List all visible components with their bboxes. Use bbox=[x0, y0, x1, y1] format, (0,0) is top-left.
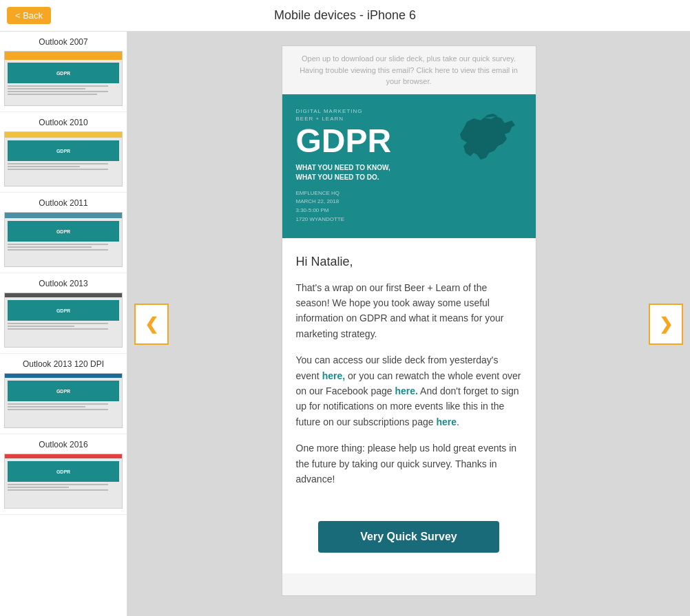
quick-survey-button[interactable]: Very Quick Survey bbox=[318, 521, 499, 553]
thumbnail-outlook-2011: GDPR bbox=[4, 212, 123, 267]
back-button[interactable]: < Back bbox=[7, 7, 51, 24]
sidebar: Outlook 2007 GDPR Outlook 2010 bbox=[0, 32, 127, 616]
email-greeting: Hi Natalie, bbox=[296, 255, 522, 269]
sidebar-item-outlook-2013-120dpi[interactable]: Outlook 2013 120 DPI GDPR bbox=[0, 354, 127, 434]
email-text-section: Hi Natalie, That's a wrap on our first B… bbox=[282, 238, 536, 515]
sidebar-item-outlook-2013[interactable]: Outlook 2013 GDPR bbox=[0, 273, 127, 354]
sidebar-item-outlook-2010[interactable]: Outlook 2010 GDPR bbox=[0, 112, 127, 193]
email-body: DIGITAL MARKETING BEER + LEARN GDPR WHAT… bbox=[282, 94, 536, 574]
main-layout: Outlook 2007 GDPR Outlook 2010 bbox=[0, 32, 690, 616]
thumbnail-outlook-2013-120dpi: GDPR bbox=[4, 373, 123, 428]
email-paragraph-2: You can access our slide deck from yeste… bbox=[296, 352, 522, 429]
email-paragraph-1: That's a wrap on our first Beer + Learn … bbox=[296, 280, 522, 342]
thumbnail-outlook-2013: GDPR bbox=[4, 293, 123, 348]
sidebar-item-outlook-2016[interactable]: Outlook 2016 GDPR bbox=[0, 434, 127, 515]
page-title: Mobile devices - iPhone 6 bbox=[274, 8, 416, 23]
thumbnail-outlook-2010: GDPR bbox=[4, 131, 123, 187]
cta-section: Very Quick Survey bbox=[282, 514, 536, 573]
next-button[interactable]: ❯ bbox=[649, 304, 683, 345]
sidebar-item-outlook-2011[interactable]: Outlook 2011 GDPR bbox=[0, 193, 127, 273]
facebook-link[interactable]: here. bbox=[395, 385, 418, 396]
europe-map-icon bbox=[446, 108, 529, 177]
thumbnail-outlook-2007: GDPR bbox=[4, 51, 123, 106]
chevron-left-icon: ❮ bbox=[145, 315, 158, 334]
prev-button[interactable]: ❮ bbox=[134, 304, 169, 345]
header: < Back Mobile devices - iPhone 6 bbox=[0, 0, 690, 32]
slide-deck-link[interactable]: here, bbox=[322, 370, 345, 381]
thumbnail-outlook-2016: GDPR bbox=[4, 454, 123, 509]
email-preview: Open up to download our slide deck, plus… bbox=[282, 45, 536, 596]
content-area: ❮ Open up to download our slide deck, pl… bbox=[127, 32, 690, 616]
gdpr-event-details: EMFLUENCE HQ MARCH 22, 2018 3:30-5:00 PM… bbox=[296, 189, 522, 224]
chevron-right-icon: ❯ bbox=[659, 315, 673, 334]
gdpr-banner: DIGITAL MARKETING BEER + LEARN GDPR WHAT… bbox=[282, 94, 536, 238]
sidebar-item-outlook-2007[interactable]: Outlook 2007 GDPR bbox=[0, 32, 127, 112]
email-paragraph-3: One more thing: please help us hold grea… bbox=[296, 440, 522, 487]
preheader-text: Open up to download our slide deck, plus… bbox=[282, 46, 536, 94]
subscriptions-link[interactable]: here bbox=[436, 416, 457, 427]
